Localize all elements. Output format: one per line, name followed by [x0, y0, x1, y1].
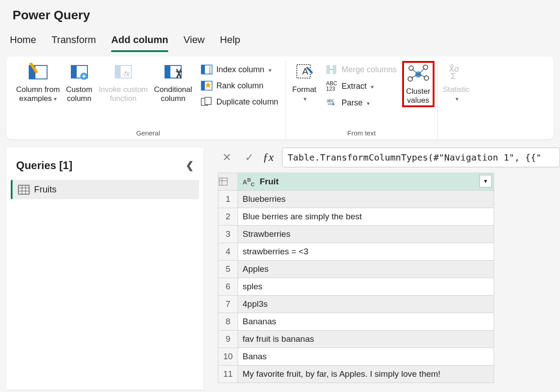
svg-rect-22 — [333, 65, 336, 74]
table-row[interactable]: 4strawberries = <3 — [218, 243, 494, 261]
extract-button[interactable]: ABC123 Extract — [324, 79, 399, 93]
queries-title: Queries [1] — [16, 159, 72, 172]
formula-bar: ✕ ✓ ƒx Table.TransformColumnTypes(#"Navi… — [218, 148, 560, 167]
tab-transform[interactable]: Transform — [52, 31, 96, 52]
cluster-values-icon — [406, 63, 431, 84]
row-number[interactable]: 9 — [218, 331, 238, 348]
table-row[interactable]: 11My favorite fruit, by far, is Apples. … — [218, 366, 494, 383]
row-number[interactable]: 6 — [218, 278, 238, 296]
svg-rect-40 — [219, 178, 227, 185]
format-button[interactable]: A Format — [289, 61, 320, 104]
custom-column-button[interactable]: Customcolumn — [63, 61, 95, 104]
statistics-button: X̄σΣ Statistic — [440, 61, 473, 104]
label: Conditionalcolumn — [154, 85, 192, 104]
ribbon: Column fromexamples Customcolumn fx Invo… — [6, 57, 554, 139]
row-number[interactable]: 8 — [218, 313, 238, 331]
parse-button[interactable]: abc Parse — [324, 96, 399, 109]
cell-value[interactable]: Blue berries are simply the best — [238, 208, 494, 226]
row-number[interactable]: 7 — [218, 296, 238, 313]
collapse-queries-chevron-icon[interactable]: ❮ — [186, 160, 194, 171]
fx-icon: ƒx — [263, 151, 278, 164]
row-number[interactable]: 3 — [218, 226, 238, 243]
table-row[interactable]: 3Strawberries — [218, 226, 494, 243]
column-from-examples-button[interactable]: Column fromexamples — [13, 61, 62, 104]
tab-add-column[interactable]: Add column — [111, 31, 168, 52]
cell-value[interactable]: Bananas — [238, 313, 494, 331]
row-number[interactable]: 10 — [218, 348, 238, 366]
cell-value[interactable]: fav fruit is bananas — [238, 331, 494, 348]
row-number[interactable]: 4 — [218, 243, 238, 261]
invoke-custom-function-icon: fx — [113, 61, 133, 83]
cell-value[interactable]: sples — [238, 278, 494, 296]
label: Duplicate column — [217, 97, 278, 107]
ribbon-group-statistics: X̄σΣ Statistic — [438, 61, 475, 139]
svg-rect-16 — [201, 81, 205, 90]
column-type-text-icon: ABC — [243, 179, 255, 186]
rank-column-icon — [200, 81, 213, 91]
query-item-fruits[interactable]: Fruits — [11, 180, 199, 199]
table-row[interactable]: 9fav fruit is bananas — [218, 331, 494, 348]
row-number[interactable]: 2 — [218, 208, 238, 226]
query-item-label: Fruits — [34, 184, 56, 195]
table-row[interactable]: 8Bananas — [218, 313, 494, 331]
commit-formula-button[interactable]: ✓ — [240, 148, 258, 166]
svg-rect-35 — [18, 185, 29, 194]
duplicate-column-button[interactable]: Duplicate column — [199, 95, 280, 109]
column-header-fruit[interactable]: ABC Fruit ▼ — [238, 173, 494, 191]
group-label-from-text: From text — [347, 129, 375, 139]
statistics-icon: X̄σΣ — [446, 61, 466, 83]
svg-rect-11 — [201, 65, 205, 74]
formula-input[interactable]: Table.TransformColumnTypes(#"Navigation … — [282, 148, 560, 167]
cell-value[interactable]: 4ppl3s — [238, 296, 494, 313]
tabbar: Home Transform Add column View Help — [0, 27, 560, 52]
ribbon-group-general: Column fromexamples Customcolumn fx Invo… — [11, 61, 286, 139]
svg-rect-21 — [326, 65, 330, 74]
table-row[interactable]: 5Apples — [218, 261, 494, 278]
table-row[interactable]: 74ppl3s — [218, 296, 494, 313]
cell-value[interactable]: Blueberries — [238, 191, 494, 208]
invoke-custom-function-button: fx Invoke customfunction — [96, 61, 151, 104]
merge-columns-button: Merge columns — [324, 63, 399, 76]
row-number[interactable]: 1 — [218, 191, 238, 208]
conditional-column-icon — [163, 61, 183, 83]
ribbon-group-from-text: A Format Merge columns ABC123 Extract — [286, 61, 438, 139]
label: Format — [292, 85, 317, 104]
label: Index column — [217, 65, 272, 74]
tab-help[interactable]: Help — [220, 31, 240, 52]
tab-view[interactable]: View — [183, 31, 204, 52]
rank-column-button[interactable]: Rank column — [199, 79, 280, 92]
cluster-values-button[interactable]: Clustervalues — [402, 61, 434, 107]
cell-value[interactable]: Apples — [238, 261, 494, 278]
svg-rect-18 — [205, 97, 211, 105]
svg-text:3: 3 — [209, 71, 211, 74]
tab-home[interactable]: Home — [10, 31, 36, 52]
cell-value[interactable]: Strawberries — [238, 226, 494, 243]
merge-columns-icon — [326, 65, 338, 74]
label: Clustervalues — [406, 87, 430, 105]
cell-value[interactable]: My favorite fruit, by far, is Apples. I … — [238, 366, 494, 383]
app-title: Power Query — [0, 0, 560, 27]
svg-line-30 — [418, 68, 425, 74]
label: Extract — [342, 82, 374, 91]
conditional-column-button[interactable]: Conditionalcolumn — [152, 61, 195, 104]
index-column-button[interactable]: 123 Index column — [199, 63, 280, 76]
table-row[interactable]: 6sples — [218, 278, 494, 296]
svg-text:Σ: Σ — [451, 72, 456, 81]
select-all-corner[interactable] — [218, 173, 238, 191]
svg-point-27 — [424, 76, 429, 80]
cancel-formula-button[interactable]: ✕ — [218, 148, 236, 166]
group-label-general: General — [136, 129, 160, 139]
table-row[interactable]: 10Banas — [218, 348, 494, 366]
duplicate-column-icon — [200, 97, 213, 107]
table-row[interactable]: 2Blue berries are simply the best — [218, 208, 494, 226]
svg-text:fx: fx — [124, 70, 130, 78]
parse-icon: abc — [326, 98, 338, 108]
column-filter-dropdown[interactable]: ▼ — [479, 175, 492, 187]
row-number[interactable]: 11 — [218, 366, 238, 383]
row-number[interactable]: 5 — [218, 261, 238, 278]
svg-rect-6 — [115, 65, 121, 78]
table-row[interactable]: 1Blueberries — [218, 191, 494, 208]
label: Column fromexamples — [16, 85, 60, 104]
cell-value[interactable]: Banas — [238, 348, 494, 366]
cell-value[interactable]: strawberries = <3 — [238, 243, 494, 261]
